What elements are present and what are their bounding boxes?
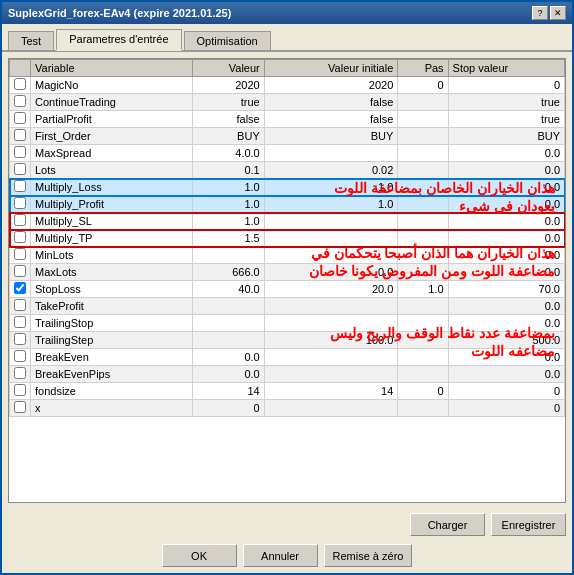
row-checkbox[interactable]	[14, 384, 26, 396]
row-stop[interactable]: 0.0	[448, 196, 564, 213]
row-pas[interactable]	[398, 366, 448, 383]
row-stop[interactable]: 0.0	[448, 264, 564, 281]
row-value[interactable]: 4.0.0	[192, 145, 264, 162]
row-checkbox[interactable]	[14, 197, 26, 209]
row-checkbox[interactable]	[14, 231, 26, 243]
row-checkbox[interactable]	[14, 78, 26, 90]
row-pas[interactable]	[398, 264, 448, 281]
row-pas[interactable]	[398, 247, 448, 264]
row-stop[interactable]: 0	[448, 400, 564, 417]
row-checkbox-cell[interactable]	[10, 77, 31, 94]
row-checkbox[interactable]	[14, 129, 26, 141]
row-checkbox-cell[interactable]	[10, 332, 31, 349]
row-checkbox-cell[interactable]	[10, 162, 31, 179]
row-stop[interactable]: 0.0	[448, 315, 564, 332]
row-stop[interactable]: 0.0	[448, 247, 564, 264]
remise-zero-button[interactable]: Remise à zéro	[324, 544, 413, 567]
row-checkbox-cell[interactable]	[10, 179, 31, 196]
row-initial[interactable]	[264, 298, 398, 315]
charger-button[interactable]: Charger	[410, 513, 485, 536]
row-checkbox-cell[interactable]	[10, 298, 31, 315]
row-value[interactable]: 1.0	[192, 179, 264, 196]
row-initial[interactable]	[264, 247, 398, 264]
row-checkbox[interactable]	[14, 163, 26, 175]
row-value[interactable]: 14	[192, 383, 264, 400]
enregistrer-button[interactable]: Enregistrer	[491, 513, 566, 536]
row-stop[interactable]: 0.0	[448, 162, 564, 179]
row-stop[interactable]: 0.0	[448, 349, 564, 366]
row-checkbox-cell[interactable]	[10, 145, 31, 162]
row-stop[interactable]: true	[448, 94, 564, 111]
row-initial[interactable]: 1.0	[264, 196, 398, 213]
row-checkbox[interactable]	[14, 401, 26, 413]
row-checkbox-cell[interactable]	[10, 281, 31, 298]
row-pas[interactable]	[398, 162, 448, 179]
row-checkbox[interactable]	[14, 146, 26, 158]
row-checkbox-cell[interactable]	[10, 230, 31, 247]
row-checkbox[interactable]	[14, 299, 26, 311]
row-value[interactable]: true	[192, 94, 264, 111]
row-pas[interactable]	[398, 230, 448, 247]
row-pas[interactable]	[398, 196, 448, 213]
row-checkbox-cell[interactable]	[10, 366, 31, 383]
row-stop[interactable]: 0	[448, 383, 564, 400]
row-pas[interactable]	[398, 298, 448, 315]
row-value[interactable]	[192, 247, 264, 264]
row-pas[interactable]	[398, 94, 448, 111]
row-checkbox-cell[interactable]	[10, 383, 31, 400]
row-initial[interactable]	[264, 366, 398, 383]
row-value[interactable]: 0.1	[192, 162, 264, 179]
row-checkbox[interactable]	[14, 367, 26, 379]
row-checkbox[interactable]	[14, 214, 26, 226]
row-stop[interactable]: 0.0	[448, 366, 564, 383]
row-stop[interactable]: BUY	[448, 128, 564, 145]
row-initial[interactable]: 20.0	[264, 281, 398, 298]
row-initial[interactable]: BUY	[264, 128, 398, 145]
row-initial[interactable]	[264, 145, 398, 162]
row-initial[interactable]	[264, 349, 398, 366]
row-initial[interactable]	[264, 213, 398, 230]
row-checkbox[interactable]	[14, 180, 26, 192]
row-checkbox[interactable]	[14, 333, 26, 345]
row-initial[interactable]: 1.0	[264, 179, 398, 196]
row-value[interactable]: 1.0	[192, 196, 264, 213]
row-value[interactable]	[192, 332, 264, 349]
row-initial[interactable]: 14	[264, 383, 398, 400]
row-stop[interactable]: 500.0	[448, 332, 564, 349]
row-value[interactable]	[192, 298, 264, 315]
row-pas[interactable]: 1.0	[398, 281, 448, 298]
row-pas[interactable]	[398, 111, 448, 128]
row-value[interactable]: 1.0	[192, 213, 264, 230]
row-stop[interactable]: 0	[448, 77, 564, 94]
row-stop[interactable]: true	[448, 111, 564, 128]
row-stop[interactable]: 0.0	[448, 145, 564, 162]
row-checkbox[interactable]	[14, 265, 26, 277]
row-checkbox-cell[interactable]	[10, 349, 31, 366]
row-value[interactable]: false	[192, 111, 264, 128]
row-initial[interactable]	[264, 230, 398, 247]
row-initial[interactable]	[264, 315, 398, 332]
row-initial[interactable]: false	[264, 111, 398, 128]
row-pas[interactable]	[398, 315, 448, 332]
row-value[interactable]: 666.0	[192, 264, 264, 281]
row-pas[interactable]	[398, 128, 448, 145]
row-value[interactable]: 2020	[192, 77, 264, 94]
row-stop[interactable]: 70.0	[448, 281, 564, 298]
row-value[interactable]: 40.0	[192, 281, 264, 298]
row-stop[interactable]: 0.0	[448, 230, 564, 247]
row-checkbox[interactable]	[14, 350, 26, 362]
row-value[interactable]: 0.0	[192, 366, 264, 383]
annuler-button[interactable]: Annuler	[243, 544, 318, 567]
row-initial[interactable]: 100.0	[264, 332, 398, 349]
row-checkbox-cell[interactable]	[10, 264, 31, 281]
row-checkbox-cell[interactable]	[10, 128, 31, 145]
row-stop[interactable]: 0.0	[448, 179, 564, 196]
row-initial[interactable]: 0.02	[264, 162, 398, 179]
tab-optim[interactable]: Optimisation	[184, 31, 271, 50]
row-checkbox[interactable]	[14, 282, 26, 294]
tab-params[interactable]: Parametres d'entrée	[56, 29, 181, 51]
row-stop[interactable]: 0.0	[448, 213, 564, 230]
row-checkbox-cell[interactable]	[10, 247, 31, 264]
row-value[interactable]: 0.0	[192, 349, 264, 366]
row-checkbox[interactable]	[14, 112, 26, 124]
